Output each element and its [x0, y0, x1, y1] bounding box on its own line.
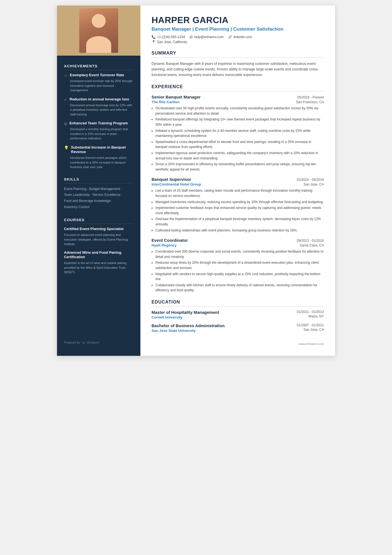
achievement-title: Enhanced Team Training Program	[70, 121, 128, 126]
school-name: San Jose State University	[152, 329, 297, 333]
course-item: Advanced Wine and Food Pairing Certifica…	[64, 250, 133, 275]
courses-section: COURSES Certified Event Planning Special…	[64, 218, 133, 275]
skill-item: Food and Beverage Knowledge	[64, 199, 111, 203]
company-name: Hyatt Regency	[152, 243, 177, 247]
summary-text: Dynamic Banquet Manager with 8 years of …	[152, 61, 324, 78]
powered-by: Powered by ∞ Enhancv	[57, 335, 140, 345]
achievement-title: Reduction in annual beverage loss	[70, 97, 129, 102]
job-dates: 02/2016 - 04/2019	[297, 178, 324, 182]
location-text: San Jose, California	[157, 40, 187, 44]
achievement-desc: Increased event turnover rate by 20% thr…	[64, 79, 133, 93]
enhancv-logo: ∞	[82, 340, 85, 345]
bullet-item: Spearheaded a cross-departmental effort …	[155, 139, 324, 150]
job-dates: 09/2013 - 01/2016	[297, 239, 324, 243]
email-item: @ help@enhancv.com	[189, 35, 224, 39]
edu-dates: 01/2007 - 01/2011	[297, 323, 324, 327]
exp-company-row: InterContinental Hotel Group San Jose, C…	[152, 182, 324, 186]
achievements-title: ACHIEVEMENTS	[64, 64, 133, 70]
summary-title: SUMMARY	[152, 51, 324, 58]
location-icon: 📍	[152, 40, 156, 44]
job-title: Banquet Supervisor	[152, 177, 191, 182]
bullet-item: Coordinated over 200 diverse corporate a…	[155, 249, 324, 259]
bullet-item: Reduced setup times by 20% through the d…	[155, 260, 324, 270]
bullet-item: Implemented customer feedback loops that…	[155, 205, 324, 216]
linkedin-item: 🔗 linkedin.com	[228, 35, 252, 39]
skills-section: SKILLS Event Planning · Budget Managemen…	[64, 177, 133, 210]
exp-company-row: The Ritz-Carlton San Francisco, CA	[152, 100, 324, 104]
exp-header: Event Coordinator 09/2013 - 01/2016	[152, 238, 324, 243]
bullet-item: Cultivated lasting relationships with ev…	[155, 228, 324, 233]
course-title: Certified Event Planning Specialist	[64, 227, 133, 231]
edu-left: Bachelor of Business Administration San …	[152, 323, 297, 333]
phone-item: 📞 +1-(234)-555-1234	[152, 35, 185, 39]
photo-area	[57, 6, 140, 56]
resume-header: HARPER GARCIA Banquet Manager | Event Pl…	[152, 15, 324, 44]
phone-number: +1-(234)-555-1234	[157, 35, 185, 39]
job-location: Santa Clara, CA	[300, 243, 324, 247]
sidebar: ACHIEVEMENTS ☆ Exemplary Event Turnover …	[57, 6, 140, 356]
achievement-item: ☆ Exemplary Event Turnover Rate Increase…	[64, 73, 133, 93]
achievement-item: 💡 Substantial Increase in Banquet Revenu…	[64, 145, 133, 169]
course-desc: Expertise in the art of wine and cuisine…	[64, 261, 133, 275]
star-icon: ☆	[64, 73, 68, 78]
bullet-item: Negotiated with vendors to secure high-q…	[155, 272, 324, 282]
phone-icon: 📞	[152, 35, 156, 39]
powered-by-label: Powered by	[64, 341, 80, 344]
exp-company-row: Hyatt Regency Santa Clara, CA	[152, 243, 324, 247]
skill-item: Budget Management	[89, 187, 120, 191]
company-name: The Ritz-Carlton	[152, 100, 179, 104]
edu-location: San Jose, CA	[297, 328, 324, 332]
summary-section: SUMMARY Dynamic Banquet Manager with 8 y…	[152, 51, 324, 78]
job-location: San Francisco, CA	[296, 100, 324, 104]
job-bullets: Orchestrated over 50 high-profile events…	[152, 106, 324, 172]
linkedin-url: linkedin.com	[234, 35, 252, 39]
candidate-name: HARPER GARCIA	[152, 15, 324, 25]
main-content: HARPER GARCIA Banquet Manager | Event Pl…	[140, 6, 335, 356]
skill-item: Inventory Control	[64, 205, 89, 209]
achievement-title: Substantial Increase in Banquet Revenue	[71, 145, 133, 155]
skills-list: Event Planning · Budget Management · Tea…	[64, 186, 133, 210]
location-row: 📍 San Jose, California	[152, 40, 324, 44]
company-name: InterContinental Hotel Group	[152, 182, 201, 186]
resume-container: ACHIEVEMENTS ☆ Exemplary Event Turnover …	[57, 6, 335, 356]
experience-title: EXPERIENCE	[152, 84, 324, 91]
bullet-item: Drove a 20% improvement in efficiency by…	[155, 162, 324, 172]
job-dates: 05/2019 - Present	[297, 95, 324, 99]
edu-right: 01/2007 - 01/2011 San Jose, CA	[297, 323, 324, 332]
education-item: Master of Hospitality Management Cornell…	[152, 310, 324, 319]
website-url: www.enhancv.com	[299, 342, 324, 346]
bulb-icon: 💡	[64, 145, 69, 150]
edu-left: Master of Hospitality Management Cornell…	[152, 310, 297, 319]
degree-name: Bachelor of Business Administration	[152, 323, 297, 328]
bullet-item: Initiated a dynamic scheduling system fo…	[155, 128, 324, 139]
brand-name: Enhancv	[87, 341, 99, 344]
job-title: Event Coordinator	[152, 238, 188, 243]
candidate-title: Banquet Manager | Event Planning | Custo…	[152, 26, 324, 32]
experience-item: Event Coordinator 09/2013 - 01/2016 Hyat…	[152, 238, 324, 293]
job-title: Senior Banquet Manager	[152, 95, 201, 99]
sidebar-content: ACHIEVEMENTS ☆ Exemplary Event Turnover …	[57, 56, 140, 291]
bullet-item: Oversaw the implementation of a perpetua…	[155, 216, 324, 227]
achievement-title: Exemplary Event Turnover Rate	[70, 73, 124, 78]
footer-website: www.enhancv.com	[152, 341, 324, 346]
bullet-item: Led a team of 25 staff members, raising …	[155, 188, 324, 198]
job-location: San Jose, CA	[304, 182, 324, 186]
job-bullets: Led a team of 25 staff members, raising …	[152, 188, 324, 233]
achievement-desc: Decreased annual beverage loss by 12% wi…	[64, 103, 133, 117]
achievement-desc: Developed a monthly training program tha…	[64, 127, 133, 141]
degree-name: Master of Hospitality Management	[152, 310, 297, 315]
education-section: EDUCATION Master of Hospitality Manageme…	[152, 300, 324, 333]
edu-location: Ithaca, NY	[297, 314, 324, 318]
profile-photo	[79, 8, 118, 53]
contact-row: 📞 +1-(234)-555-1234 @ help@enhancv.com 🔗…	[152, 35, 324, 39]
email-address: help@enhancv.com	[194, 35, 224, 39]
school-name: Cornell University	[152, 315, 297, 319]
course-title: Advanced Wine and Food Pairing Certifica…	[64, 250, 133, 260]
achievements-section: ACHIEVEMENTS ☆ Exemplary Event Turnover …	[64, 64, 133, 169]
skill-item: Team Leadership	[64, 193, 90, 197]
bullet-item: Implemented rigorous asset protection co…	[155, 151, 324, 161]
course-desc: Focused on advanced event planning and e…	[64, 233, 133, 246]
achievement-header: 💡 Substantial Increase in Banquet Revenu…	[64, 145, 133, 155]
education-item: Bachelor of Business Administration San …	[152, 323, 324, 333]
job-bullets: Coordinated over 200 diverse corporate a…	[152, 249, 324, 293]
